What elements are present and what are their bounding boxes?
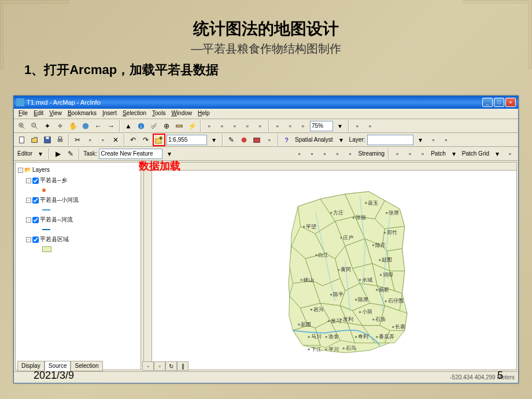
layer-checkbox[interactable] <box>32 237 39 243</box>
identify-icon[interactable]: i <box>135 120 147 132</box>
redo-icon[interactable]: ↷ <box>140 134 152 146</box>
menu-tools[interactable]: Tools <box>150 110 168 117</box>
tool-f-icon[interactable]: ▫ <box>272 120 283 132</box>
menu-file[interactable]: File <box>16 110 30 117</box>
toggle-icon[interactable]: - <box>26 237 31 242</box>
streaming-label[interactable]: Streaming <box>359 150 385 157</box>
toc-root[interactable]: - 📂 Layers <box>18 165 138 175</box>
maximize-button[interactable]: □ <box>494 98 504 107</box>
tool-i-icon[interactable]: ▾ <box>334 120 346 132</box>
final-icon[interactable]: ▫ <box>504 148 516 160</box>
map-svg[interactable]: 葆玉张屋方庄张核平望郑竹庄户陈庄白江赵图黄冈润得峡山水城杨桥陈半陈屋石仔围岩兴小… <box>153 172 507 360</box>
patch-grid-dropdown-icon[interactable]: ▾ <box>492 148 503 160</box>
toc-tab-selection[interactable]: Selection <box>71 361 102 371</box>
delete-icon[interactable]: ✕ <box>110 134 121 146</box>
scale-input[interactable] <box>167 135 207 145</box>
ed-a-icon[interactable]: ▫ <box>294 148 305 160</box>
zoom-out-icon[interactable] <box>29 120 40 132</box>
pause-icon[interactable]: ‖ <box>177 361 189 371</box>
fixed-zoom-in-icon[interactable]: ✦ <box>42 120 53 132</box>
cut-icon[interactable]: ✂ <box>72 134 83 146</box>
sa-tool2-icon[interactable]: ▫ <box>440 134 452 146</box>
tool-e-icon[interactable]: ▫ <box>254 120 266 132</box>
sketch-icon[interactable]: ✎ <box>65 148 76 160</box>
prev-extent-icon[interactable]: ← <box>93 120 104 132</box>
ed-f-icon[interactable]: ▫ <box>391 148 403 160</box>
editor-dropdown-icon[interactable]: ▾ <box>35 148 46 160</box>
ed-e-icon[interactable]: ▫ <box>345 148 356 160</box>
tool-h-icon[interactable]: ▫ <box>297 120 309 132</box>
copy-icon[interactable]: ▫ <box>84 134 96 146</box>
map-view[interactable]: 葆玉张屋方庄张核平望郑竹庄户陈庄白江赵图黄冈润得峡山水城杨桥陈半陈屋石仔围岩兴小… <box>143 162 517 370</box>
minimize-button[interactable]: _ <box>482 98 493 107</box>
tool-c-icon[interactable]: ▫ <box>229 120 241 132</box>
layer-item[interactable]: -平若县--小河流 <box>26 195 138 205</box>
tool-j-icon[interactable]: ▫ <box>352 120 363 132</box>
tool-a-icon[interactable]: ▫ <box>204 120 215 132</box>
patch-grid-label[interactable]: Patch Grid <box>462 150 489 157</box>
patch-label[interactable]: Patch <box>431 150 446 157</box>
toggle-icon[interactable]: - <box>26 217 31 223</box>
patch-dropdown-icon[interactable]: ▾ <box>448 148 460 160</box>
measure-icon[interactable] <box>173 120 185 132</box>
fixed-zoom-out-icon[interactable]: ✧ <box>54 120 66 132</box>
toggle-icon[interactable]: - <box>26 178 31 183</box>
new-icon[interactable] <box>16 134 28 146</box>
spatial-analyst-label[interactable]: Spatial Analyst <box>295 136 333 143</box>
menu-edit[interactable]: Edit <box>31 110 46 117</box>
data-view-tab[interactable]: ▫ <box>142 361 154 371</box>
layer-checkbox[interactable] <box>32 178 39 184</box>
task-dropdown-icon[interactable]: ▾ <box>164 148 175 160</box>
ed-d-icon[interactable]: ▫ <box>332 148 343 160</box>
pan-icon[interactable]: ✋ <box>67 120 79 132</box>
tool-d-icon[interactable]: ▫ <box>242 120 253 132</box>
menu-help[interactable]: Help <box>195 110 212 117</box>
ed-c-icon[interactable]: ▫ <box>319 148 331 160</box>
scale-dropdown-icon[interactable]: ▾ <box>208 134 220 146</box>
layer-item[interactable]: -平若县区域 <box>26 234 138 245</box>
layer-checkbox[interactable] <box>32 217 39 223</box>
paste-icon[interactable]: ▫ <box>97 134 109 146</box>
menu-selection[interactable]: Selection <box>120 110 149 117</box>
layer-item[interactable]: -平若县--河流 <box>26 215 138 225</box>
add-data-button[interactable] <box>153 134 165 146</box>
layout-view-tab[interactable]: ▫ <box>154 361 165 371</box>
close-button[interactable]: × <box>505 98 516 107</box>
hyperlink-icon[interactable]: ⚡ <box>186 120 198 132</box>
layer-item[interactable]: -平若县--乡 <box>26 175 138 186</box>
open-icon[interactable] <box>29 134 40 146</box>
toolbox-icon[interactable] <box>251 134 263 146</box>
menu-insert[interactable]: Insert <box>100 110 119 117</box>
ed-b-icon[interactable]: ▫ <box>306 148 318 160</box>
menu-window[interactable]: Window <box>169 110 194 117</box>
layer-dropdown-icon[interactable]: ▾ <box>415 134 426 146</box>
toggle-icon[interactable]: - <box>18 168 23 173</box>
sa-tool-icon[interactable]: ▫ <box>427 134 439 146</box>
undo-icon[interactable]: ↶ <box>127 134 139 146</box>
full-extent-icon[interactable] <box>80 120 91 132</box>
toggle-icon[interactable]: - <box>26 198 31 203</box>
zoom-in-icon[interactable] <box>16 120 28 132</box>
layer-checkbox[interactable] <box>32 197 39 204</box>
help-icon[interactable]: ? <box>281 134 293 146</box>
cad-icon[interactable] <box>238 134 250 146</box>
menu-view[interactable]: View <box>47 110 64 117</box>
ed-h-icon[interactable]: ▫ <box>417 148 428 160</box>
goto-xy-icon[interactable]: ⊕ <box>161 120 172 132</box>
ed-g-icon[interactable]: ▫ <box>404 148 416 160</box>
tool-g-icon[interactable]: ▫ <box>285 120 296 132</box>
editor-label[interactable]: Editor <box>17 150 32 157</box>
task-input[interactable] <box>99 149 162 159</box>
print-icon[interactable] <box>54 134 66 146</box>
editor-tool-icon[interactable]: ✎ <box>226 134 237 146</box>
tool-k-icon[interactable]: ▫ <box>364 120 376 132</box>
edit-tool-icon[interactable]: ▶ <box>52 148 64 160</box>
percent-input[interactable] <box>310 121 333 131</box>
menu-bookmarks[interactable]: Bookmarks <box>65 110 99 117</box>
refresh-icon[interactable]: ↻ <box>165 361 177 371</box>
tool-b-icon[interactable]: ▫ <box>216 120 228 132</box>
next-extent-icon[interactable]: → <box>105 120 117 132</box>
cmd-icon[interactable]: ▫ <box>264 134 275 146</box>
spatial-dropdown-icon[interactable]: ▾ <box>335 134 347 146</box>
layer-input[interactable] <box>367 135 413 145</box>
